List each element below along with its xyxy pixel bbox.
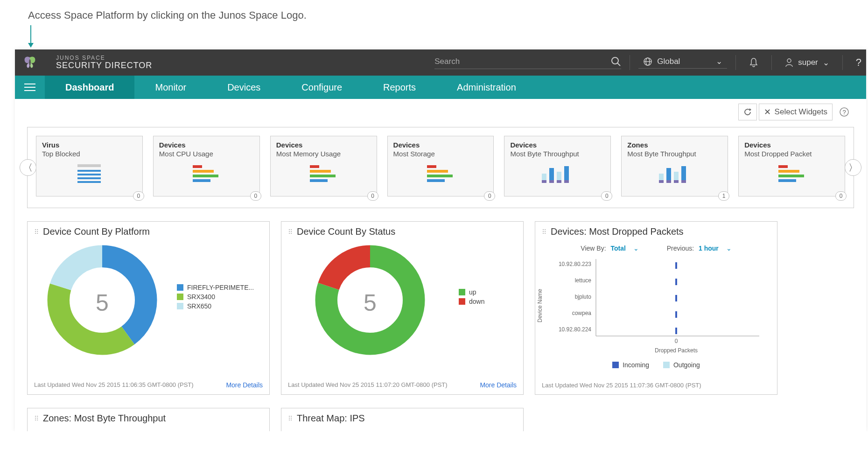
- svg-text:?: ?: [842, 109, 846, 116]
- svg-rect-26: [310, 175, 336, 177]
- drag-handle-icon[interactable]: ⠿: [288, 415, 292, 422]
- svg-rect-42: [666, 168, 671, 180]
- svg-rect-51: [778, 179, 796, 182]
- widget-subtitle: Most CPU Usage: [159, 150, 254, 158]
- panel-body: Device Name 10.92.80.223 lettuce bjpluto…: [535, 252, 777, 359]
- carousel-track: VirusTop Blocked0DevicesMost CPU Usage0D…: [27, 127, 854, 208]
- widget-category: Zones: [627, 141, 722, 149]
- nav-tab-monitor[interactable]: Monitor: [134, 76, 207, 99]
- carousel-next-button[interactable]: 〉: [845, 159, 861, 176]
- select-widgets-label: Select Widgets: [775, 107, 827, 117]
- drag-handle-icon[interactable]: ⠿: [34, 228, 38, 236]
- drag-handle-icon[interactable]: ⠿: [542, 228, 546, 236]
- widget-category: Devices: [744, 141, 839, 149]
- svg-rect-17: [77, 174, 101, 175]
- widget-card[interactable]: DevicesMost Storage0: [387, 136, 494, 196]
- top-bar: JUNOS SPACE SECURITY DIRECTOR Global ⌄ s…: [15, 49, 866, 76]
- widget-thumb-icon: [42, 163, 137, 184]
- donut-chart: 5: [32, 242, 172, 358]
- more-details-link[interactable]: More Details: [480, 381, 517, 389]
- chart-legend: FIREFLY-PERIMETE... SRX3400 SRX650: [177, 284, 254, 312]
- scope-selector[interactable]: Global ⌄: [638, 56, 727, 69]
- svg-rect-29: [427, 170, 448, 173]
- panel-title: Zones: Most Byte Throughput: [43, 413, 166, 424]
- drag-handle-icon[interactable]: ⠿: [34, 415, 38, 422]
- hamburger-icon: [24, 83, 35, 91]
- separator: [842, 55, 843, 70]
- widget-card[interactable]: DevicesMost Dropped Packet0: [738, 136, 845, 196]
- user-icon: [785, 58, 793, 67]
- globe-icon: [643, 57, 652, 66]
- chevron-down-icon: ⌄: [726, 245, 732, 252]
- chevron-left-icon: 〈: [23, 161, 33, 174]
- widget-subtitle: Most Byte Throughput: [510, 150, 605, 158]
- nav-tab-dashboard[interactable]: Dashboard: [45, 76, 134, 99]
- widget-thumb-icon: [159, 163, 254, 184]
- hamburger-menu[interactable]: [15, 83, 45, 91]
- butterfly-icon: [22, 55, 38, 70]
- nav-tab-configure[interactable]: Configure: [281, 76, 363, 99]
- legend-label: Incoming: [623, 361, 649, 369]
- nav-tab-reports[interactable]: Reports: [363, 76, 436, 99]
- search-input[interactable]: [434, 57, 611, 66]
- svg-line-4: [617, 63, 620, 66]
- chart-legend: Incoming Outgoing: [535, 361, 777, 371]
- panel-threat-map-ips: ⠿ Threat Map: IPS: [281, 408, 524, 431]
- chevron-down-icon: ⌄: [633, 245, 639, 252]
- junos-space-logo[interactable]: [15, 49, 45, 76]
- panel-title: Device Count By Status: [297, 226, 395, 237]
- legend-item: up: [459, 288, 484, 296]
- svg-rect-45: [674, 180, 679, 183]
- panel-device-count-by-status: ⠿ Device Count By Status 5 up down Last …: [281, 221, 524, 395]
- previous-selector[interactable]: Previous: 1 hour ⌄: [667, 245, 732, 252]
- notifications-button[interactable]: [744, 57, 763, 68]
- widget-card[interactable]: VirusTop Blocked0: [36, 136, 143, 196]
- annotation-arrow-icon: [26, 25, 35, 48]
- panel-most-dropped-packets: ⠿ Devices: Most Dropped Packets View By:…: [535, 221, 777, 395]
- question-icon: ?: [839, 107, 849, 117]
- widget-subtitle: Most Storage: [393, 150, 488, 158]
- widget-count-badge: 1: [718, 191, 729, 201]
- search-icon[interactable]: [611, 56, 621, 67]
- carousel-prev-button[interactable]: 〈: [20, 159, 36, 176]
- chevron-down-icon: ⌄: [716, 56, 722, 66]
- widget-count-badge: 0: [484, 191, 495, 201]
- refresh-button[interactable]: [738, 104, 757, 120]
- panel-title: Devices: Most Dropped Packets: [551, 226, 684, 237]
- svg-point-8: [787, 59, 791, 63]
- svg-rect-16: [77, 170, 101, 172]
- brand-line1: JUNOS SPACE: [56, 55, 152, 61]
- nav-tab-administration[interactable]: Administration: [436, 76, 537, 99]
- svg-rect-48: [778, 165, 788, 168]
- panels-row-2: ⠿ Zones: Most Byte Throughput ⠿ Threat M…: [27, 408, 854, 431]
- svg-rect-27: [310, 179, 328, 182]
- view-by-label: View By:: [581, 245, 606, 252]
- help-button[interactable]: ?: [851, 56, 866, 69]
- svg-marker-1: [28, 43, 34, 48]
- drag-handle-icon[interactable]: ⠿: [288, 228, 292, 236]
- search-wrap[interactable]: [434, 56, 621, 69]
- widget-card[interactable]: DevicesMost CPU Usage0: [153, 136, 260, 196]
- widget-subtitle: Most Memory Usage: [276, 150, 371, 158]
- nav-tab-devices[interactable]: Devices: [207, 76, 281, 99]
- widget-card[interactable]: DevicesMost Byte Throughput0: [504, 136, 611, 196]
- more-details-link[interactable]: More Details: [226, 381, 263, 389]
- dashboard-toolbar: ✕ Select Widgets ?: [15, 99, 866, 120]
- widget-card[interactable]: ZonesMost Byte Throughput1: [621, 136, 728, 196]
- select-widgets-button[interactable]: ✕ Select Widgets: [759, 104, 833, 120]
- svg-rect-31: [427, 179, 445, 182]
- svg-rect-20: [193, 165, 202, 168]
- last-updated: Last Updated Wed Nov 25 2015 11:07:36 GM…: [542, 382, 701, 389]
- panel-controls: View By: Total ⌄ Previous: 1 hour ⌄: [535, 245, 777, 252]
- svg-marker-12: [749, 108, 751, 111]
- view-by-selector[interactable]: View By: Total ⌄: [581, 245, 638, 252]
- svg-rect-34: [549, 168, 554, 180]
- donut-center-value: 5: [364, 290, 377, 316]
- svg-rect-36: [557, 172, 561, 180]
- toolbar-help-button[interactable]: ?: [834, 104, 854, 120]
- widget-subtitle: Most Dropped Packet: [744, 150, 839, 158]
- previous-value: 1 hour: [699, 245, 719, 252]
- widget-card[interactable]: DevicesMost Memory Usage0: [270, 136, 377, 196]
- bar-chart: Device Name 10.92.80.223 lettuce bjpluto…: [535, 252, 769, 359]
- user-menu[interactable]: super ⌄: [780, 58, 834, 68]
